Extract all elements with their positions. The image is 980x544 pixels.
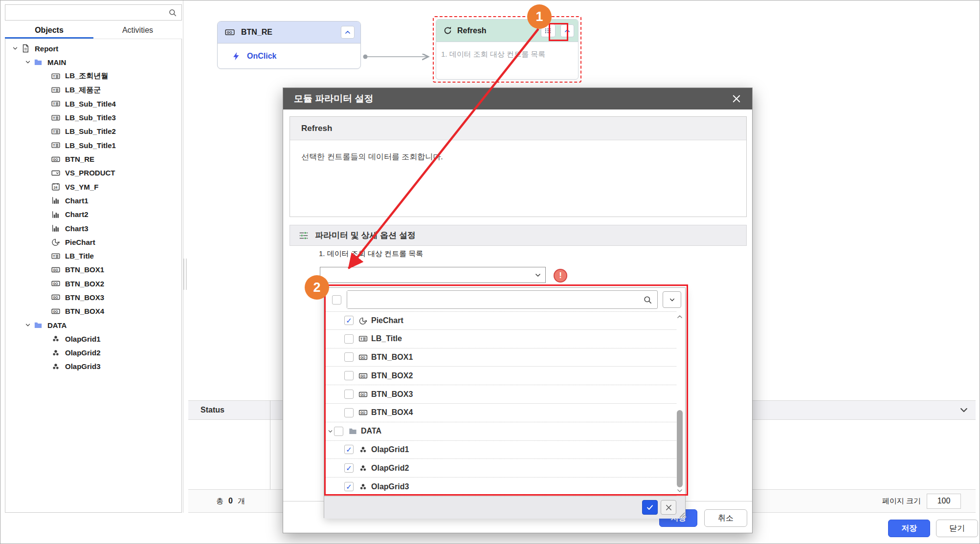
scroll-up-icon[interactable] (676, 313, 683, 320)
folder-icon (33, 321, 44, 329)
page-size-label: 페이지 크기 (882, 497, 921, 506)
tree-item-OlapGrid2[interactable]: OlapGrid2 (5, 346, 181, 360)
close-icon[interactable] (732, 94, 741, 104)
tree-item-LB_Sub_Title3[interactable]: LB_Sub_Title3 (5, 110, 181, 124)
step-badge-2: 2 (305, 275, 329, 300)
event-label[interactable]: OnClick (247, 52, 276, 61)
sidebar: Objects Activities Report MAIN LB_조회년월 L… (0, 0, 183, 544)
page-save-button[interactable]: 저장 (888, 520, 930, 537)
picker-item-OlapGrid3[interactable]: OlapGrid3 (324, 478, 676, 496)
tree-item-LB_Title[interactable]: LB_Title (5, 249, 181, 262)
flow-node-btn-re[interactable]: BTN_RE OnClick (217, 21, 361, 69)
resize-grip-icon[interactable] (678, 511, 685, 518)
picker-item-PieChart[interactable]: PieChart (324, 311, 676, 330)
collapse-button[interactable] (341, 26, 355, 39)
tree-item-label: BTN_BOX3 (65, 293, 104, 302)
picker-item-OlapGrid2[interactable]: OlapGrid2 (324, 459, 676, 478)
module-description: 선택한 컨트롤들의 데이터를 조회합니다. (290, 140, 746, 174)
tree-item-VS_PRODUCT[interactable]: VS_PRODUCT (5, 166, 181, 180)
tree-item-label: LB_Sub_Title1 (65, 141, 116, 150)
item-checkbox[interactable] (344, 316, 354, 325)
tree-item-label: LB_Sub_Title4 (65, 100, 116, 108)
tree-item-DATA[interactable]: DATA (5, 318, 181, 332)
total-count: 총 0 개 (216, 497, 245, 506)
tree-item-PieChart[interactable]: PieChart (5, 235, 181, 249)
module-name: Refresh (290, 117, 746, 140)
item-checkbox[interactable] (344, 390, 354, 399)
node-title: Refresh (457, 26, 536, 35)
item-checkbox[interactable] (344, 482, 354, 491)
select-all-checkbox[interactable] (332, 295, 341, 305)
tree-item-label: LB_Sub_Title3 (65, 113, 116, 122)
scrollbar-thumb[interactable] (677, 410, 683, 487)
panel-splitter[interactable] (183, 259, 187, 290)
close-icon (665, 504, 672, 511)
item-checkbox[interactable] (344, 463, 354, 473)
picker-item-DATA[interactable]: DATA (324, 422, 676, 441)
label-icon (50, 86, 61, 94)
olap-icon (50, 348, 61, 357)
tab-activities[interactable]: Activities (93, 24, 182, 39)
item-checkbox[interactable] (344, 408, 354, 417)
picker-item-OlapGrid1[interactable]: OlapGrid1 (324, 441, 676, 459)
item-checkbox[interactable] (344, 445, 354, 454)
item-checkbox[interactable] (344, 371, 354, 380)
expander-icon[interactable] (326, 429, 334, 434)
tree-item-label: MAIN (47, 58, 66, 66)
picker-item-BTN_BOX4[interactable]: BTN_BOX4 (324, 404, 676, 422)
tree-item-LB_조회년월[interactable]: LB_조회년월 (5, 69, 181, 83)
tree-item-Chart2[interactable]: Chart2 (5, 208, 181, 221)
expander-icon[interactable] (10, 45, 20, 51)
tree-item-label: OlapGrid1 (65, 335, 101, 343)
tree-item-BTN_BOX4[interactable]: BTN_BOX4 (5, 305, 181, 318)
tree-item-BTN_BOX2[interactable]: BTN_BOX2 (5, 277, 181, 290)
tree-item-BTN_BOX3[interactable]: BTN_BOX3 (5, 290, 181, 304)
expander-icon[interactable] (23, 322, 33, 328)
tab-objects[interactable]: Objects (5, 24, 93, 39)
tree-item-VS_YM_F[interactable]: VS_YM_F (5, 180, 181, 194)
tree-item-LB_Sub_Title2[interactable]: LB_Sub_Title2 (5, 125, 181, 138)
control-list-select[interactable] (320, 267, 546, 283)
item-checkbox[interactable] (344, 334, 354, 344)
label-icon (358, 334, 368, 343)
picker-close-button[interactable] (661, 500, 676, 515)
sidebar-search-box (5, 4, 182, 21)
expander-icon[interactable] (23, 59, 33, 65)
tree-item-BTN_BOX1[interactable]: BTN_BOX1 (5, 263, 181, 277)
button-icon (358, 408, 368, 417)
page-size-input[interactable] (927, 494, 961, 509)
scroll-down-icon[interactable] (676, 487, 683, 494)
picker-item-label: BTN_BOX2 (371, 371, 413, 380)
sidebar-search-input[interactable] (5, 5, 168, 20)
tree-item-Chart3[interactable]: Chart3 (5, 221, 181, 235)
chevron-down-icon[interactable] (959, 405, 969, 415)
tree-item-LB_Sub_Title4[interactable]: LB_Sub_Title4 (5, 97, 181, 110)
picker-confirm-button[interactable] (642, 500, 658, 515)
dialog-cancel-button[interactable]: 취소 (704, 509, 747, 527)
tree-item-MAIN[interactable]: MAIN (5, 55, 181, 69)
tree-item-OlapGrid3[interactable]: OlapGrid3 (5, 360, 181, 373)
validation-warning-icon: ! (554, 269, 567, 283)
tree-item-Chart1[interactable]: Chart1 (5, 194, 181, 207)
chart-icon (50, 224, 61, 233)
tree-item-BTN_RE[interactable]: BTN_RE (5, 152, 181, 166)
annotation-highlight-1 (549, 23, 568, 41)
picker-item-LB_Title[interactable]: LB_Title (324, 330, 676, 348)
tree-item-label: BTN_BOX1 (65, 265, 104, 274)
item-checkbox[interactable] (344, 352, 354, 362)
node-title: BTN_RE (241, 28, 336, 37)
picker-item-BTN_BOX3[interactable]: BTN_BOX3 (324, 385, 676, 404)
page-close-button[interactable]: 닫기 (936, 520, 978, 537)
chart-icon (50, 196, 61, 205)
tree-item-Report[interactable]: Report (5, 42, 181, 55)
picker-item-label: PieChart (371, 316, 403, 325)
item-checkbox[interactable] (334, 427, 343, 436)
tree-item-LB_Sub_Title1[interactable]: LB_Sub_Title1 (5, 138, 181, 152)
tree-item-LB_제품군[interactable]: LB_제품군 (5, 83, 181, 97)
tree-item-OlapGrid1[interactable]: OlapGrid1 (5, 332, 181, 346)
picker-item-BTN_BOX2[interactable]: BTN_BOX2 (324, 367, 676, 385)
picker-item-BTN_BOX1[interactable]: BTN_BOX1 (324, 348, 676, 367)
picker-dropdown-button[interactable] (663, 291, 681, 308)
picker-search-input[interactable] (347, 291, 643, 308)
calendar-icon (50, 182, 61, 191)
